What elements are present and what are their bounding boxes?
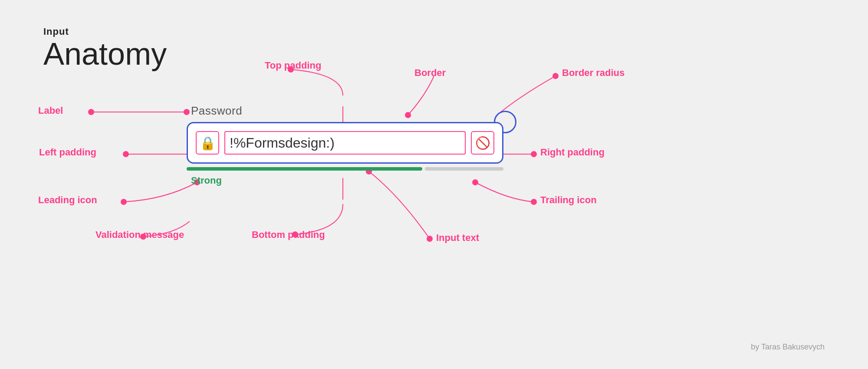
bottom-padding-label: Bottom padding <box>252 229 325 241</box>
border-radius-label: Border radius <box>562 67 625 79</box>
leading-icon-label: Leading icon <box>38 194 97 206</box>
label-row: Password <box>187 104 503 118</box>
leading-icon: 🔒 <box>196 131 219 155</box>
strength-bar-container <box>187 167 503 171</box>
label-text: Password <box>191 104 242 118</box>
border-label: Border <box>414 67 446 79</box>
strength-bar-empty <box>425 167 503 171</box>
title-area: Input Anatomy <box>43 26 167 69</box>
left-padding-label: Left padding <box>39 147 96 158</box>
input-widget: Password 🔒 !%Formsdesign:) 🚫 Strong <box>187 104 503 186</box>
lock-icon: 🔒 <box>200 135 216 151</box>
input-value: !%Formsdesign:) <box>230 135 335 151</box>
label-annotation: Label <box>38 105 63 116</box>
validation-message: Strong <box>191 175 503 186</box>
attribution: by Taras Bakusevych <box>751 343 825 352</box>
title-input-label: Input <box>43 26 167 37</box>
top-padding-label: Top padding <box>265 60 321 71</box>
page: Input Anatomy Password 🔒 !%Formsdesign:)… <box>0 0 868 369</box>
validation-message-label: Validation message <box>95 229 184 241</box>
trailing-icon[interactable]: 🚫 <box>471 131 494 155</box>
input-text-label: Input text <box>436 232 479 244</box>
right-padding-label: Right padding <box>540 147 605 158</box>
strength-label: Strong <box>191 175 222 186</box>
trailing-icon-label: Trailing icon <box>540 194 597 206</box>
eye-slash-icon: 🚫 <box>475 136 490 150</box>
title-anatomy: Anatomy <box>43 38 167 69</box>
input-box: 🔒 !%Formsdesign:) 🚫 <box>187 122 503 164</box>
input-text-field[interactable]: !%Formsdesign:) <box>224 131 466 155</box>
strength-bar-fill <box>187 167 422 171</box>
